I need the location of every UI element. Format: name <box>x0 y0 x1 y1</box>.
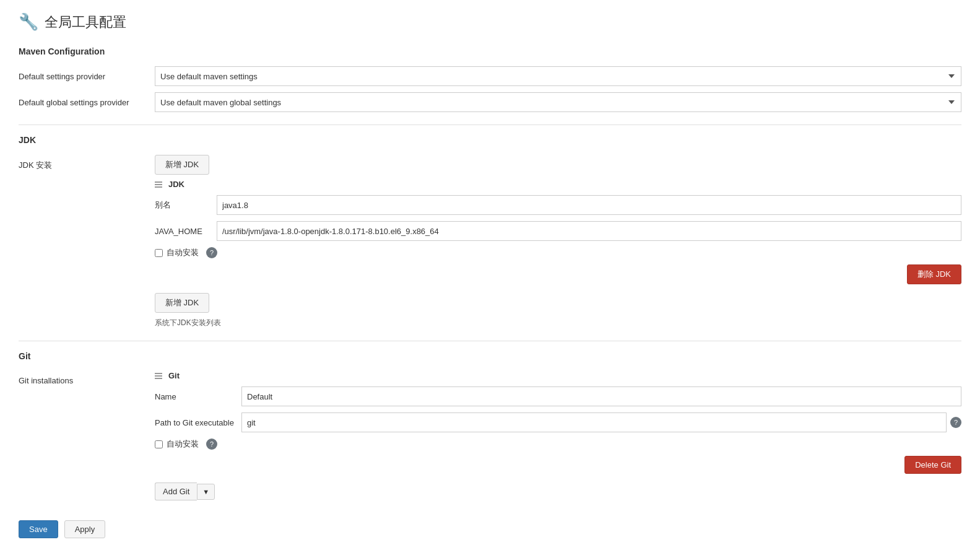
jdk-alias-input[interactable] <box>217 195 961 215</box>
git-subsection-header: Git <box>155 371 961 380</box>
maven-global-settings-label: Default global settings provider <box>19 98 155 107</box>
maven-section-title: Maven Configuration <box>19 46 961 59</box>
jdk-install-label: JDK 安装 <box>19 155 155 171</box>
jdk-drag-handle[interactable] <box>155 181 162 188</box>
git-path-help-icon[interactable]: ? <box>950 417 961 428</box>
git-installations-area: Git installations Git Name <box>19 371 961 505</box>
git-drag-handle[interactable] <box>155 373 162 379</box>
apply-button[interactable]: Apply <box>64 520 106 538</box>
page-header: 🔧 全局工具配置 <box>19 12 961 32</box>
add-git-dropdown-arrow[interactable]: ▼ <box>197 484 215 500</box>
maven-global-settings-row: Default global settings provider Use def… <box>19 92 961 112</box>
add-git-button-group: Add Git ▼ <box>155 482 215 500</box>
git-path-input[interactable] <box>241 412 947 432</box>
jdk-subsection-header: JDK <box>155 180 961 189</box>
maven-jdk-divider <box>19 124 961 125</box>
git-name-input[interactable] <box>241 386 961 406</box>
jdk-subsection: JDK 别名 JAVA_HOME 自动安装 <box>155 180 961 284</box>
git-add-row: Add Git ▼ <box>155 482 961 500</box>
maven-section: Maven Configuration Default settings pro… <box>19 46 961 112</box>
jdk-auto-install-row: 自动安装 ? <box>155 247 961 258</box>
git-path-label: Path to Git executable <box>155 418 241 427</box>
jdk-section-title: JDK <box>19 135 961 147</box>
git-subsection: Git Name Path to Git executable ? <box>155 371 961 474</box>
jdk-system-note: 系统下JDK安装列表 <box>155 318 961 328</box>
jdk-java-home-label: JAVA_HOME <box>155 227 217 236</box>
add-git-button[interactable]: Add Git <box>155 482 197 500</box>
maven-default-settings-row: Default settings provider Use default ma… <box>19 66 961 86</box>
jdk-alias-row: 别名 <box>155 195 961 215</box>
save-button[interactable]: Save <box>19 520 58 538</box>
bottom-actions: Save Apply <box>19 520 961 538</box>
git-auto-install-row: 自动安装 ? <box>155 439 961 450</box>
page-container: 🔧 全局工具配置 Maven Configuration Default set… <box>0 0 980 550</box>
git-subsection-name: Git <box>168 371 180 380</box>
git-auto-install-label: 自动安装 <box>167 439 199 450</box>
jdk-add-top-row: 新增 JDK <box>155 155 961 175</box>
git-name-label: Name <box>155 392 241 401</box>
maven-global-settings-select[interactable]: Use default maven global settings <box>155 92 961 112</box>
jdk-java-home-input[interactable] <box>217 221 961 241</box>
jdk-help-icon[interactable]: ? <box>206 247 217 258</box>
git-auto-install-help-icon[interactable]: ? <box>206 439 217 450</box>
maven-default-settings-select[interactable]: Use default maven settings <box>155 66 961 86</box>
delete-jdk-button[interactable]: 删除 JDK <box>907 264 961 284</box>
wrench-icon: 🔧 <box>19 12 38 32</box>
jdk-auto-install-checkbox[interactable] <box>155 249 163 257</box>
jdk-add-bottom-row: 新增 JDK <box>155 293 961 313</box>
page-title: 全局工具配置 <box>45 13 126 32</box>
delete-git-button[interactable]: Delete Git <box>904 456 961 474</box>
jdk-alias-label: 别名 <box>155 199 217 211</box>
git-section-title: Git <box>19 351 961 364</box>
jdk-delete-row: 删除 JDK <box>155 264 961 284</box>
add-jdk-button-bottom[interactable]: 新增 JDK <box>155 293 209 313</box>
git-auto-install-checkbox[interactable] <box>155 440 163 448</box>
git-name-row: Name <box>155 386 961 406</box>
jdk-git-divider <box>19 341 961 341</box>
git-path-row: Path to Git executable ? <box>155 412 961 432</box>
jdk-right-content: 新增 JDK JDK 别名 <box>155 155 961 328</box>
jdk-subsection-name: JDK <box>168 180 184 189</box>
jdk-install-area: JDK 安装 新增 JDK JDK 别名 <box>19 155 961 328</box>
jdk-java-home-row: JAVA_HOME <box>155 221 961 241</box>
git-delete-row: Delete Git <box>155 456 961 474</box>
maven-default-settings-label: Default settings provider <box>19 72 155 81</box>
git-installations-label: Git installations <box>19 371 155 385</box>
add-jdk-button-top[interactable]: 新增 JDK <box>155 155 209 175</box>
git-right-content: Git Name Path to Git executable ? <box>155 371 961 505</box>
jdk-auto-install-label: 自动安装 <box>167 247 199 258</box>
git-section: Git Git installations Git Name <box>19 351 961 505</box>
jdk-section: JDK JDK 安装 新增 JDK JDK <box>19 135 961 328</box>
